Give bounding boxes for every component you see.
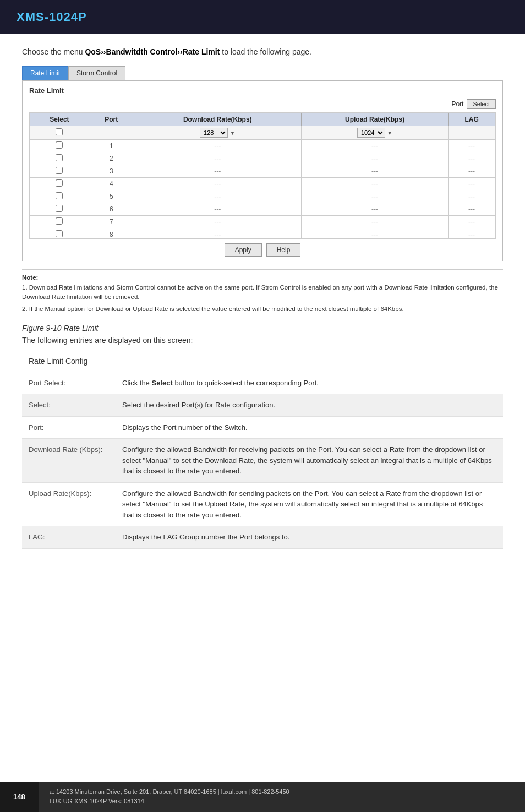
default-download[interactable]: 128 256 512 1024 ▼ — [134, 126, 301, 140]
row-upload-4: --- — [301, 190, 448, 203]
row-checkbox-1[interactable] — [56, 154, 63, 161]
table-row: 1 --- --- --- — [30, 140, 495, 152]
default-upload[interactable]: 1024 512 256 128 ▼ — [301, 126, 448, 140]
rate-limit-box-title: Rate Limit — [29, 86, 496, 95]
tab-bar: Rate Limit Storm Control — [22, 66, 503, 80]
row-checkbox-6[interactable] — [56, 217, 63, 225]
table-row: 6 --- --- --- — [30, 203, 495, 216]
row-lag-6: --- — [449, 216, 495, 228]
row-port-4: 5 — [89, 190, 134, 203]
row-lag-5: --- — [449, 203, 495, 216]
default-select-checkbox[interactable] — [56, 128, 63, 135]
row-port-5: 6 — [89, 203, 134, 216]
intro-text-after: to load the following page. — [220, 47, 311, 56]
row-upload-0: --- — [301, 140, 448, 152]
config-label-5: LAG: — [22, 526, 116, 549]
row-lag-0: --- — [449, 140, 495, 152]
row-upload-7: --- — [301, 228, 448, 239]
row-checkbox-7[interactable] — [56, 230, 63, 237]
note-label: Note: — [22, 274, 503, 281]
config-label-3: Download Rate (Kbps): — [22, 439, 116, 483]
config-row: Port: Displays the Port number of the Sw… — [22, 416, 503, 439]
config-table: Rate Limit Config Port Select: Click the… — [22, 351, 503, 549]
default-download-select[interactable]: 128 256 512 1024 — [200, 128, 228, 138]
row-download-2: --- — [134, 165, 301, 178]
row-port-3: 4 — [89, 178, 134, 190]
row-port-1: 2 — [89, 152, 134, 165]
port-select-button[interactable]: Select — [467, 99, 496, 109]
col-header-select: Select — [30, 113, 89, 126]
config-row: LAG: Displays the LAG Group number the P… — [22, 526, 503, 549]
row-port-2: 3 — [89, 165, 134, 178]
menu-path: QoS››Bandwitdth Control››Rate Limit — [85, 47, 220, 56]
row-download-3: --- — [134, 178, 301, 190]
apply-button[interactable]: Apply — [225, 243, 262, 257]
page-title: XMS-1024P — [17, 10, 87, 24]
row-upload-2: --- — [301, 165, 448, 178]
row-upload-5: --- — [301, 203, 448, 216]
row-upload-3: --- — [301, 178, 448, 190]
config-row: Port Select: Click the Select button to … — [22, 372, 503, 394]
row-download-0: --- — [134, 140, 301, 152]
config-label-0: Port Select: — [22, 372, 116, 394]
row-lag-3: --- — [449, 178, 495, 190]
row-checkbox-4[interactable] — [56, 192, 63, 199]
following-text: The following entries are displayed on t… — [22, 336, 503, 345]
rate-table: Select Port Download Rate(Kbps) Upload R… — [30, 113, 495, 239]
footer-page-number: 148 — [0, 782, 39, 812]
port-select-row: Port Select — [29, 99, 496, 109]
config-label-1: Select: — [22, 394, 116, 417]
config-label-4: Upload Rate(Kbps): — [22, 482, 116, 526]
row-checkbox-3[interactable] — [56, 179, 63, 187]
note-section: Note: 1. Download Rate limitations and S… — [22, 269, 503, 314]
row-port-0: 1 — [89, 140, 134, 152]
row-port-6: 7 — [89, 216, 134, 228]
config-row: Download Rate (Kbps): Configure the allo… — [22, 439, 503, 483]
config-row: Upload Rate(Kbps): Configure the allowed… — [22, 482, 503, 526]
row-upload-6: --- — [301, 216, 448, 228]
row-download-7: --- — [134, 228, 301, 239]
default-lag — [449, 126, 495, 140]
header: XMS-1024P — [0, 0, 525, 34]
footer: 148 a: 14203 Minuteman Drive, Suite 201,… — [0, 782, 525, 812]
config-value-1: Select the desired Port(s) for Rate conf… — [116, 394, 503, 417]
config-value-5: Displays the LAG Group number the Port b… — [116, 526, 503, 549]
config-section-header: Rate Limit Config — [22, 351, 503, 372]
figure-caption: Figure 9-10 Rate Limit — [22, 324, 503, 333]
config-row: Select: Select the desired Port(s) for R… — [22, 394, 503, 417]
row-lag-4: --- — [449, 190, 495, 203]
help-button[interactable]: Help — [266, 243, 301, 257]
col-header-port: Port — [89, 113, 134, 126]
rate-table-wrapper[interactable]: Select Port Download Rate(Kbps) Upload R… — [29, 112, 496, 239]
col-header-lag: LAG — [449, 113, 495, 126]
row-download-5: --- — [134, 203, 301, 216]
row-port-7: 8 — [89, 228, 134, 239]
intro-text-before: Choose the menu — [22, 47, 85, 56]
default-upload-select[interactable]: 1024 512 256 128 — [357, 128, 385, 138]
tab-rate-limit[interactable]: Rate Limit — [22, 66, 68, 80]
row-download-1: --- — [134, 152, 301, 165]
action-buttons: Apply Help — [29, 243, 496, 257]
row-checkbox-5[interactable] — [56, 205, 63, 212]
table-row: 5 --- --- --- — [30, 190, 495, 203]
port-label: Port — [451, 100, 463, 108]
config-value-4: Configure the allowed Bandwidth for send… — [116, 482, 503, 526]
note-2: 2. If the Manual option for Download or … — [22, 304, 503, 314]
row-checkbox-2[interactable] — [56, 167, 63, 174]
tab-storm-control[interactable]: Storm Control — [68, 66, 125, 80]
row-checkbox-0[interactable] — [56, 141, 63, 149]
table-row: 2 --- --- --- — [30, 152, 495, 165]
row-lag-2: --- — [449, 165, 495, 178]
table-row: 8 --- --- --- — [30, 228, 495, 239]
main-content: Choose the menu QoS››Bandwitdth Control›… — [0, 34, 525, 560]
col-header-upload: Upload Rate(Kbps) — [301, 113, 448, 126]
row-lag-7: --- — [449, 228, 495, 239]
intro-paragraph: Choose the menu QoS››Bandwitdth Control›… — [22, 47, 503, 56]
table-row: 3 --- --- --- — [30, 165, 495, 178]
rate-limit-box: Rate Limit Port Select Select Port Downl… — [22, 80, 503, 261]
row-download-4: --- — [134, 190, 301, 203]
default-port — [89, 126, 134, 140]
footer-info: a: 14203 Minuteman Drive, Suite 201, Dra… — [39, 782, 300, 812]
note-1: 1. Download Rate limitations and Storm C… — [22, 283, 503, 302]
row-lag-1: --- — [449, 152, 495, 165]
